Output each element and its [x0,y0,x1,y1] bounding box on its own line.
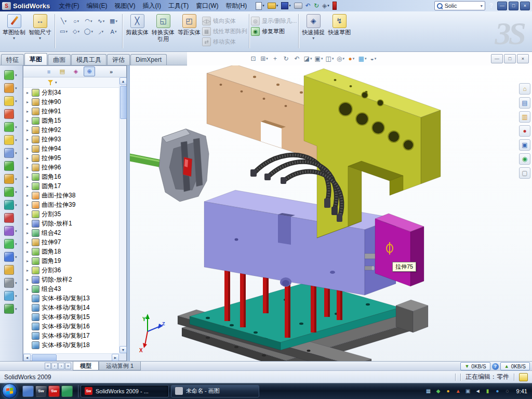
sketch-caret-icon[interactable]: ▾ [13,36,15,41]
tree-item-16[interactable]: ▸组合42 [23,228,120,237]
tree-item-26[interactable]: 实体-移动/复制16 [23,322,120,331]
dimxpertmanager-tab[interactable]: ⊕ [84,66,95,76]
rapid-sketch-button[interactable]: ↯ 快速草图 [326,13,352,36]
tray-antivirus-icon[interactable]: ◆ [435,388,442,395]
tree-item-7[interactable]: ▸拉伸94 [23,144,120,153]
expand-arrow-icon[interactable]: ▸ [26,268,31,273]
filter-caret-icon[interactable]: ▾ [55,81,57,85]
left-tool-4[interactable] [0,108,22,121]
quick-launch-edrawings[interactable]: Sw [48,385,60,397]
tree-item-18[interactable]: ▸圆角18 [23,247,120,256]
left-tool-15[interactable]: ▾ [0,250,22,263]
tab-4[interactable]: 模具工具 [71,54,107,65]
menu-item-6[interactable]: 窗口(W) [192,2,222,10]
tree-item-28[interactable]: 实体-移动/复制18 [23,340,120,350]
view-palette-icon[interactable]: ▣ [519,139,530,151]
left-tool-2[interactable]: ▾ [0,82,22,95]
tray-safety-icon[interactable]: ● [494,388,501,395]
expand-arrow-icon[interactable]: ▸ [26,128,31,132]
scroll-left-icon[interactable]: ◄ [23,354,31,361]
options-icon[interactable]: ◈▾ [321,1,330,10]
clamp-block[interactable] [159,129,209,202]
display-delete-relations-button[interactable]: ◎ 显示/删除几... [251,17,297,25]
tab-6[interactable]: DimXpert [130,54,167,65]
tree-item-22[interactable]: ▸组合43 [23,284,120,294]
quick-launch-show-desktop[interactable] [22,385,34,397]
expand-arrow-icon[interactable]: ▸ [26,212,31,217]
bookmark-icon[interactable] [331,1,338,10]
trim-entities-button[interactable]: ╳ 剪裁实体 [124,13,150,36]
scroll-right-icon[interactable]: ► [112,354,119,361]
expand-arrow-icon[interactable]: ▸ [26,287,31,291]
start-button[interactable] [2,383,17,398]
menu-item-7[interactable]: 帮助(H) [222,2,251,10]
tree-item-2[interactable]: ▸拉伸90 [23,97,120,107]
left-tool-3[interactable]: ▾ [0,95,22,108]
left-tool-16[interactable] [0,263,22,276]
purple-mold-block[interactable] [204,190,396,295]
tree-item-6[interactable]: ▸拉伸93 [23,135,120,144]
move-entities-button[interactable]: ⇄ 移动实体 [202,38,247,46]
circle-tool[interactable]: ○▾ [70,16,82,26]
save-icon[interactable]: ▾ [280,1,292,10]
search-input[interactable]: Solic [445,3,478,9]
expand-arrow-icon[interactable]: ▸ [26,109,31,114]
linear-sketch-pattern-button[interactable]: ▦ 线性草图阵列 [202,28,247,35]
tab-model[interactable]: 模型 [73,362,99,370]
tree-item-27[interactable]: 实体-移动/复制17 [23,331,120,340]
tree-item-1[interactable]: ▸分割34 [23,88,120,97]
ellipse-tool[interactable]: ◯▾ [83,26,95,36]
expand-arrow-icon[interactable]: ▸ [26,90,31,95]
expand-arrow-icon[interactable]: ▸ [26,249,31,254]
propertymanager-tab[interactable]: ▤ [57,66,68,76]
tree-item-24[interactable]: 实体-移动/复制14 [23,303,120,312]
text-tool[interactable]: A▾ [108,26,119,36]
pan-icon[interactable]: + [270,54,280,63]
left-tool-8[interactable] [0,159,22,172]
left-tool-5[interactable]: ▾ [0,121,22,134]
expand-arrow-icon[interactable]: ▸ [26,137,31,142]
left-tool-18[interactable]: ▾ [0,289,22,302]
mirror-entities-button[interactable]: ◁▷ 镜向实体 [202,17,247,25]
expand-arrow-icon[interactable]: ▸ [26,175,31,179]
tray-ime-icon[interactable]: ▦ [425,388,432,395]
search-results-icon[interactable]: ● [519,125,530,137]
tree-item-14[interactable]: ▸分割35 [23,209,120,219]
tray-volume-icon[interactable]: ◄ [474,388,482,395]
left-tool-17[interactable]: ▾ [0,276,22,289]
doc-restore-button[interactable]: □ [504,54,516,63]
file-explorer-icon[interactable]: ▥ [519,111,530,123]
close-button[interactable]: × [520,2,530,10]
tray-alert-icon[interactable]: ▲ [455,388,462,395]
spline-tool[interactable]: ∿▾ [95,16,107,26]
task-solidworks[interactable]: Sw SolidWorks 2009 - ... [81,385,169,397]
print-icon[interactable] [293,1,303,10]
offset-entities-button[interactable]: ◰ 等距实体 [176,13,202,36]
note-icon[interactable] [519,373,528,381]
tree-hscrollbar[interactable]: ◄ ► [23,353,119,361]
tree-item-3[interactable]: ▸拉伸91 [23,107,120,116]
search-caret-icon[interactable]: ▾ [481,4,483,8]
doc-close-button[interactable]: × [517,54,529,63]
doc-nav-4[interactable]: » [65,363,71,369]
tree-item-25[interactable]: 实体-移动/复制15 [23,312,120,322]
tree-item-8[interactable]: ▸拉伸95 [23,153,120,163]
undo-icon[interactable]: ↶ [304,1,312,10]
support-block[interactable] [396,300,428,332]
left-tool-11[interactable]: ▾ [0,198,22,211]
view-settings-icon[interactable]: ◒▾ [368,54,378,63]
resources-home-icon[interactable]: ⌂ [519,83,530,95]
open-file-icon[interactable]: ▾ [267,1,280,10]
tree-item-5[interactable]: ▸拉伸92 [23,125,120,135]
smart-dimension-button[interactable]: ↔ 智能尺寸 ▾ [27,13,53,41]
expand-arrow-icon[interactable]: ▸ [26,147,31,151]
apply-scene-icon[interactable]: ▦▾ [357,54,367,63]
tab-3[interactable]: 曲面 [48,54,71,65]
yellow-bracket[interactable] [304,69,441,238]
tab-5[interactable]: 评估 [107,54,130,65]
expand-arrow-icon[interactable]: ▸ [26,165,31,170]
hide-show-icon[interactable]: ◎▾ [336,54,345,63]
arc-tool[interactable]: ◠▾ [83,16,95,26]
left-tool-13[interactable]: ▾ [0,224,22,237]
tree-item-15[interactable]: ▸切除-放样1 [23,219,120,228]
